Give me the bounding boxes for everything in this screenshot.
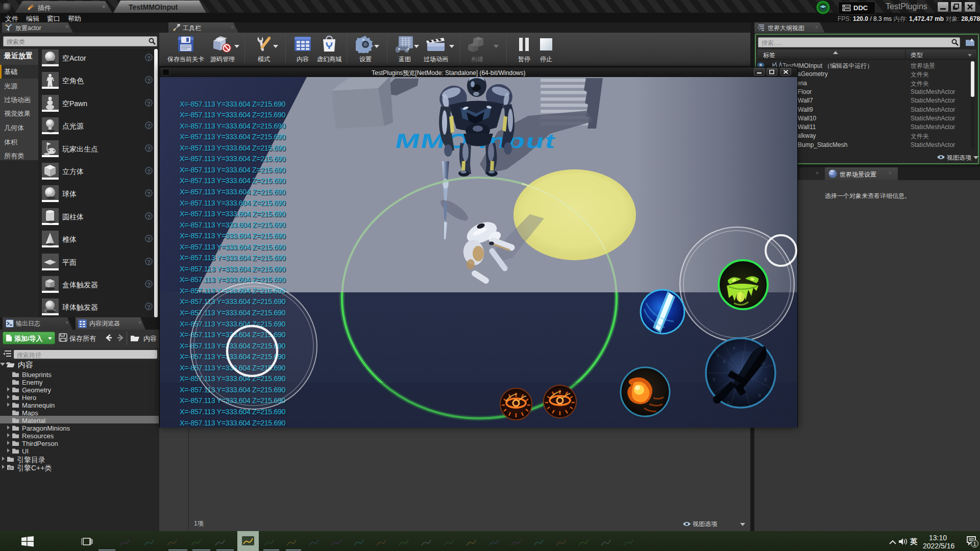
svg-text:5: 5 xyxy=(713,377,715,382)
svg-text:C+: C+ xyxy=(8,466,13,470)
svg-text:X=-857.113 Y=333.604 Z=215.690: X=-857.113 Y=333.604 Z=215.690 xyxy=(180,177,286,185)
svg-text:S: S xyxy=(727,400,730,406)
svg-text:X=-857.113 Y=333.604 Z=215.690: X=-857.113 Y=333.604 Z=215.690 xyxy=(180,419,286,427)
svg-text:X=-857.113 Y=333.604 Z=215.690: X=-857.113 Y=333.604 Z=215.690 xyxy=(180,276,286,284)
svg-text:X=-857.113 Y=333.604 Z=215.690: X=-857.113 Y=333.604 Z=215.690 xyxy=(180,265,286,273)
svg-text:X=-857.113 Y=333.604 Z=215.690: X=-857.113 Y=333.604 Z=215.690 xyxy=(180,408,286,416)
svg-text:X=-857.113 Y=333.604 Z=215.690: X=-857.113 Y=333.604 Z=215.690 xyxy=(180,100,286,108)
svg-text:F: F xyxy=(733,346,736,351)
svg-text:8: 8 xyxy=(758,393,761,398)
svg-text:4: 4 xyxy=(723,359,725,364)
svg-text:X=-857.113 Y=333.604 Z=215.690: X=-857.113 Y=333.604 Z=215.690 xyxy=(180,133,286,141)
svg-text:X=-857.113 Y=333.604 Z=215.690: X=-857.113 Y=333.604 Z=215.690 xyxy=(180,111,286,119)
svg-text:X=-857.113 Y=333.604 Z=215.690: X=-857.113 Y=333.604 Z=215.690 xyxy=(180,166,286,174)
svg-text:X=-857.113 Y=333.604 Z=215.690: X=-857.113 Y=333.604 Z=215.690 xyxy=(180,199,286,207)
svg-text:X=-857.113 Y=333.604 Z=215.690: X=-857.113 Y=333.604 Z=215.690 xyxy=(180,144,286,152)
svg-text:X=-857.113 Y=333.604 Z=215.690: X=-857.113 Y=333.604 Z=215.690 xyxy=(180,243,286,251)
svg-text:X=-857.113 Y=333.604 Z=215.690: X=-857.113 Y=333.604 Z=215.690 xyxy=(180,232,286,240)
svg-text:X=-857.113 Y=333.604 Z=215.690: X=-857.113 Y=333.604 Z=215.690 xyxy=(180,188,286,196)
svg-text:X=-857.113 Y=333.604 Z=215.690: X=-857.113 Y=333.604 Z=215.690 xyxy=(180,210,286,218)
svg-text:X=-857.113 Y=333.604 Z=215.690: X=-857.113 Y=333.604 Z=215.690 xyxy=(180,221,286,229)
svg-text:Z: Z xyxy=(764,377,767,382)
svg-text:X=-857.113 Y=333.604 Z=215.690: X=-857.113 Y=333.604 Z=215.690 xyxy=(180,254,286,262)
svg-text:X=-857.113 Y=333.604 Z=215.690: X=-857.113 Y=333.604 Z=215.690 xyxy=(180,122,286,130)
svg-text:O: O xyxy=(762,361,765,366)
svg-text:X=-857.113 Y=333.604 Z=215.690: X=-857.113 Y=333.604 Z=215.690 xyxy=(180,155,286,163)
